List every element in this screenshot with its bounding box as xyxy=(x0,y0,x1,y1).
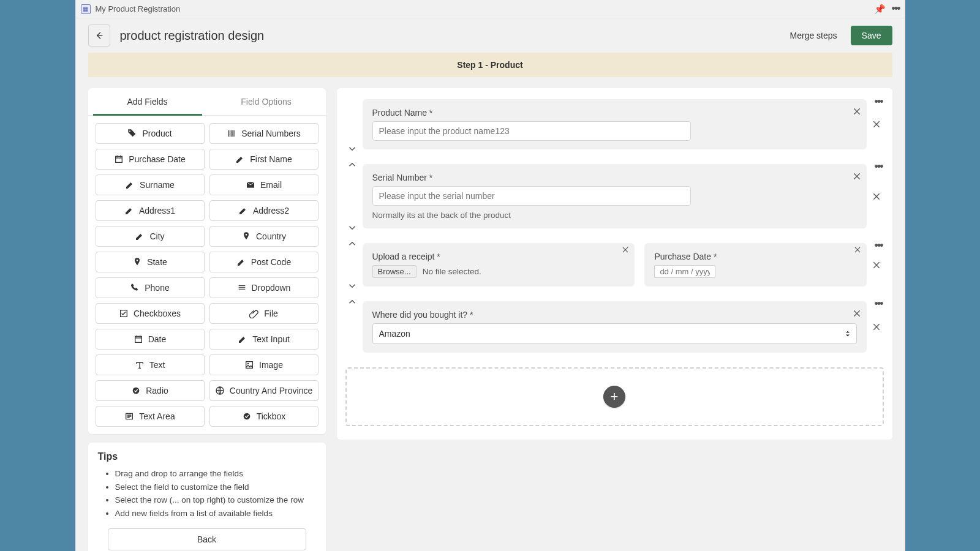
palette-item[interactable]: City xyxy=(96,226,205,247)
file-input-row: Browse...No file selected. xyxy=(372,265,625,278)
phone-icon xyxy=(130,283,140,293)
row-card[interactable]: Upload a receipt *Browse...No file selec… xyxy=(363,243,867,287)
tips-item: Drag and drop to arrange the fields xyxy=(115,467,316,481)
pencil-icon xyxy=(125,180,135,190)
palette-item-label: Checkboxes xyxy=(134,309,181,318)
palette-item[interactable]: Purchase Date xyxy=(96,149,205,170)
add-row-button[interactable]: + xyxy=(603,386,625,408)
tag-icon xyxy=(127,129,137,138)
pencil-icon xyxy=(238,334,247,344)
palette-item-label: Date xyxy=(148,334,167,344)
tab-field-options[interactable]: Field Options xyxy=(207,88,326,115)
row-move-down[interactable] xyxy=(347,280,358,291)
palette-item-label: Image xyxy=(259,360,283,370)
field-delete-button[interactable] xyxy=(852,107,862,116)
palette-item[interactable]: Date xyxy=(96,329,205,350)
palette-item[interactable]: Text Input xyxy=(209,329,318,350)
row-card[interactable]: Serial Number *Normally its at the back … xyxy=(363,164,867,228)
palette-item[interactable]: Serial Numbers xyxy=(209,123,318,144)
field-delete-button[interactable] xyxy=(621,246,630,254)
select-input[interactable]: Amazon xyxy=(372,323,857,344)
palette-item[interactable]: Radio xyxy=(96,380,205,401)
row-subcard[interactable]: Upload a receipt *Browse...No file selec… xyxy=(363,243,635,287)
browse-button[interactable]: Browse... xyxy=(372,265,417,278)
field-delete-button[interactable] xyxy=(852,171,862,181)
field-delete-button[interactable] xyxy=(852,309,862,318)
palette-item[interactable]: Text Area xyxy=(96,406,205,427)
file-status: No file selected. xyxy=(423,267,481,276)
arrow-left-icon xyxy=(94,31,104,40)
text-icon xyxy=(135,360,145,370)
tips-item: Select the field to customize the field xyxy=(115,481,316,494)
text-input[interactable] xyxy=(372,186,691,206)
palette-item[interactable]: Phone xyxy=(96,277,205,298)
palette-item[interactable]: Address1 xyxy=(96,200,205,221)
pencil-icon xyxy=(124,206,134,216)
save-button[interactable]: Save xyxy=(851,26,892,45)
field-delete-button[interactable] xyxy=(853,246,862,254)
field-helper-text: Normally its at the back of the product xyxy=(372,211,857,220)
palette-item[interactable]: State xyxy=(96,252,205,272)
row-card[interactable]: Where did you bought it? *Amazon xyxy=(363,301,867,353)
palette-item[interactable]: Surname xyxy=(96,174,205,195)
text-input[interactable] xyxy=(372,121,691,141)
builder-row: •••Upload a receipt *Browse...No file se… xyxy=(345,243,884,287)
row-delete-button[interactable] xyxy=(872,322,881,332)
palette-grid: ProductSerial NumbersPurchase DateFirst … xyxy=(88,116,326,434)
row-move-up[interactable] xyxy=(347,159,358,170)
window-more-icon[interactable]: ••• xyxy=(892,2,900,15)
field-label: Purchase Date * xyxy=(654,252,856,261)
palette-item[interactable]: Post Code xyxy=(209,252,318,272)
row-more-icon[interactable]: ••• xyxy=(875,298,883,310)
palette-item-label: Text Area xyxy=(139,411,175,421)
palette-item[interactable]: Tickbox xyxy=(209,406,318,427)
globe-icon xyxy=(215,386,225,395)
row-move-down[interactable] xyxy=(347,143,358,154)
builder-row: •••Serial Number *Normally its at the ba… xyxy=(345,164,884,228)
palette-item[interactable]: Country And Province xyxy=(209,380,318,401)
palette-item[interactable]: Dropdown xyxy=(209,277,318,298)
row-move-down[interactable] xyxy=(347,222,358,233)
palette-item-label: Email xyxy=(260,180,282,190)
field-label: Serial Number * xyxy=(372,173,857,182)
row-more-icon[interactable]: ••• xyxy=(875,239,883,252)
palette-item-label: Country And Province xyxy=(230,386,312,395)
tips-item: Add new fields from a list of available … xyxy=(115,507,316,520)
row-subcard[interactable]: Purchase Date * xyxy=(644,243,866,287)
row-move-up[interactable] xyxy=(347,238,358,249)
date-input[interactable] xyxy=(654,265,715,278)
tips-back-button[interactable]: Back xyxy=(108,528,306,550)
row-delete-button[interactable] xyxy=(872,192,881,201)
palette-item[interactable]: Checkboxes xyxy=(96,303,205,324)
palette-item-label: Country xyxy=(256,231,286,241)
pencil-icon xyxy=(238,206,248,216)
palette-item-label: First Name xyxy=(250,154,292,164)
row-more-icon[interactable]: ••• xyxy=(875,160,883,173)
add-row-dropzone[interactable]: + xyxy=(345,367,884,426)
palette-item[interactable]: Text xyxy=(96,354,205,375)
row-card[interactable]: Product Name * xyxy=(363,99,867,149)
app-window: ▦ My Product Registration 📌 ••• product … xyxy=(75,0,905,551)
row-delete-button[interactable] xyxy=(872,119,881,129)
palette-item-label: File xyxy=(264,309,278,318)
palette-item[interactable]: Country xyxy=(209,226,318,247)
row-delete-button[interactable] xyxy=(872,260,881,270)
tab-add-fields[interactable]: Add Fields xyxy=(88,88,207,115)
palette-item[interactable]: Product xyxy=(96,123,205,144)
pin-icon[interactable]: 📌 xyxy=(874,4,886,15)
palette-item[interactable]: Address2 xyxy=(209,200,318,221)
merge-steps-link[interactable]: Merge steps xyxy=(790,31,837,40)
mail-icon xyxy=(246,180,255,190)
palette-item[interactable]: First Name xyxy=(209,149,318,170)
palette-item[interactable]: File xyxy=(209,303,318,324)
page-header: product registration design Merge steps … xyxy=(76,18,905,53)
palette-item-label: Text Input xyxy=(252,334,290,344)
palette-item[interactable]: Email xyxy=(209,174,318,195)
back-button[interactable] xyxy=(88,24,110,47)
pencil-icon xyxy=(235,154,245,164)
row-more-icon[interactable]: ••• xyxy=(875,96,883,108)
image-icon xyxy=(244,360,254,370)
palette-item[interactable]: Image xyxy=(209,354,318,375)
row-move-up[interactable] xyxy=(347,296,358,307)
palette-item-label: City xyxy=(149,231,164,241)
